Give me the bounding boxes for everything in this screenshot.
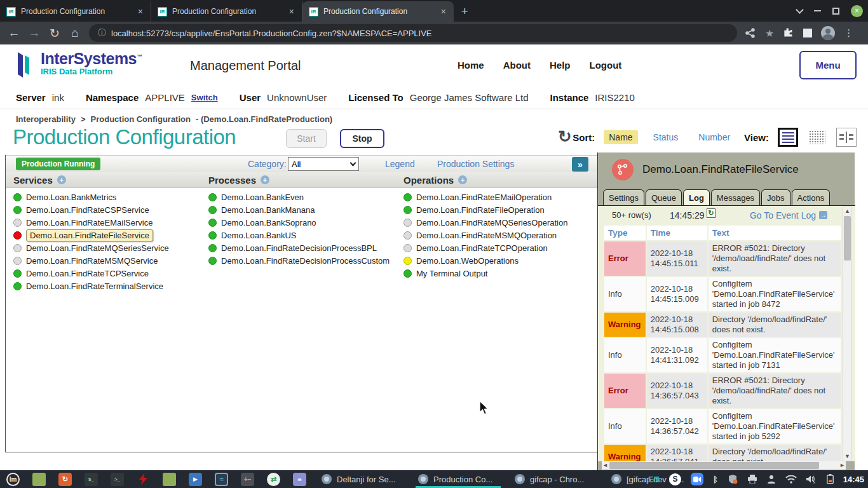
config-item-name[interactable]: Demo.Loan.FindRateDecisionProcessBPL xyxy=(221,243,377,253)
console-icon[interactable]: >_ xyxy=(111,473,124,486)
view-list-icon[interactable] xyxy=(778,128,798,147)
terminal-icon[interactable]: $_ xyxy=(85,473,98,486)
config-item-name[interactable]: Demo.Loan.FindRateEMailService xyxy=(26,218,153,227)
browser-tab[interactable]: IR Production Configuration × xyxy=(0,1,151,22)
config-item[interactable]: Demo.Loan.FindRateEMailOperation xyxy=(403,191,594,203)
detail-tab[interactable]: Jobs xyxy=(761,189,790,205)
portal-nav-link[interactable]: Home xyxy=(458,60,484,71)
taskbar-window-button[interactable]: gifcap - Chro... xyxy=(508,470,601,488)
config-item-name[interactable]: Demo.Loan.BankEven xyxy=(221,193,304,202)
scroll-down-icon[interactable]: ▼ xyxy=(843,452,851,461)
zoom-icon[interactable] xyxy=(691,473,703,485)
detail-tab[interactable]: Actions xyxy=(792,189,831,205)
file-manager-icon[interactable] xyxy=(32,473,46,486)
config-item[interactable]: My Terminal Output xyxy=(403,267,594,280)
taskbar-clock[interactable]: 14:45 xyxy=(843,475,864,484)
config-item-name[interactable]: Demo.Loan.FindRateDecisionProcessCustom xyxy=(221,256,390,266)
wifi-icon[interactable] xyxy=(785,475,797,484)
config-item[interactable]: Demo.Loan.FindRateMSMQService xyxy=(13,254,208,267)
keyboard-layout-indicator[interactable]: EN xyxy=(648,475,660,484)
view-grid-icon[interactable] xyxy=(807,128,827,147)
taskbar-window-button[interactable]: Production Co... xyxy=(412,470,505,488)
extensions-puzzle-icon[interactable] xyxy=(783,27,794,39)
portal-nav-link[interactable]: Help xyxy=(550,60,571,71)
detail-tab[interactable]: Messages xyxy=(711,189,760,205)
new-tab-button[interactable]: + xyxy=(454,1,476,22)
log-header-time[interactable]: Time xyxy=(647,226,707,240)
config-item[interactable]: Demo.Loan.FindRateFileService xyxy=(13,229,208,241)
namespace-switch-link[interactable]: Switch xyxy=(191,93,218,102)
config-item[interactable]: Demo.Loan.FindRateTCPService xyxy=(13,267,208,280)
taskbar-window-button[interactable]: Deltanji for Se... xyxy=(315,470,408,488)
sort-option[interactable]: Number xyxy=(693,130,735,144)
config-item-name[interactable]: Demo.Loan.FindRateMSMQOperation xyxy=(416,231,557,240)
video-app-icon[interactable]: ▶ xyxy=(189,473,202,486)
printer-icon[interactable] xyxy=(747,475,757,484)
config-item-name[interactable]: Demo.Loan.BankUS xyxy=(221,231,297,240)
config-item-name[interactable]: My Terminal Output xyxy=(416,269,487,278)
config-item[interactable]: Demo.Loan.FindRateDecisionProcessCustom xyxy=(208,254,403,267)
config-item-name[interactable]: Demo.Loan.FindRateTCPService xyxy=(26,269,149,278)
config-item-name[interactable]: Demo.Loan.FindRateCSPService xyxy=(26,205,149,215)
reload-icon[interactable]: ↻ xyxy=(44,26,65,41)
calculator-icon[interactable]: +− xyxy=(241,473,254,486)
config-item[interactable]: Demo.Loan.FindRateMSMQOperation xyxy=(403,229,594,241)
extension-square-icon[interactable] xyxy=(803,29,812,37)
config-item[interactable]: Demo.Loan.BankMetrics xyxy=(13,191,208,203)
log-header-text[interactable]: Text xyxy=(709,226,841,240)
portal-nav-link[interactable]: About xyxy=(503,60,531,71)
detail-tab[interactable]: Queue xyxy=(646,189,682,205)
detail-tab[interactable]: Log xyxy=(683,189,710,205)
user-icon[interactable] xyxy=(767,475,776,484)
production-settings-link[interactable]: Production Settings xyxy=(437,159,514,169)
config-item-name[interactable]: Demo.Loan.FindRateEMailOperation xyxy=(416,193,552,202)
expand-panel-button[interactable]: » xyxy=(572,157,588,172)
config-item[interactable]: Demo.Loan.WebOperations xyxy=(403,254,594,267)
config-item[interactable]: Demo.Loan.FindRateEMailService xyxy=(13,216,208,229)
menu-button[interactable]: Menu xyxy=(799,51,857,79)
category-select[interactable]: All xyxy=(288,157,359,171)
log-refresh-icon[interactable]: ↻ xyxy=(707,208,715,218)
config-item-name[interactable]: Demo.Loan.FindRateMSMQService xyxy=(26,256,158,266)
legend-link[interactable]: Legend xyxy=(385,159,415,169)
tab-close-icon[interactable]: × xyxy=(288,6,295,17)
breadcrumb-root[interactable]: Interoperability xyxy=(16,114,76,124)
portal-nav-link[interactable]: Logout xyxy=(590,60,622,71)
skype-icon[interactable]: S xyxy=(669,473,681,485)
add-operation-icon[interactable]: + xyxy=(458,175,467,184)
bookmark-star-icon[interactable]: ★ xyxy=(765,27,774,39)
config-item-name[interactable]: Demo.Loan.FindRateFileService xyxy=(26,229,153,241)
vertical-scrollbar[interactable]: ▲ ▼ xyxy=(843,206,852,461)
config-item[interactable]: Demo.Loan.FindRateMQSeriesService xyxy=(13,241,208,254)
update-manager-icon[interactable]: ↻ xyxy=(58,473,72,486)
scroll-up-icon[interactable]: ▲ xyxy=(843,207,851,215)
browser-tab[interactable]: IR Production Configuration × xyxy=(151,1,302,22)
sort-option[interactable]: Status xyxy=(648,130,684,144)
forward-icon[interactable]: → xyxy=(24,26,44,40)
tab-close-icon[interactable]: × xyxy=(440,6,447,17)
config-item[interactable]: Demo.Loan.FindRateFileOperation xyxy=(403,203,594,216)
log-header-type[interactable]: Type xyxy=(604,226,646,240)
config-item-name[interactable]: Demo.Loan.BankManana xyxy=(221,205,315,215)
add-service-icon[interactable]: + xyxy=(57,175,66,184)
minimize-icon[interactable] xyxy=(814,10,821,11)
config-item-name[interactable]: Demo.Loan.FindRateMQSeriesService xyxy=(26,243,169,253)
folder-icon[interactable] xyxy=(163,473,176,486)
config-item-name[interactable]: Demo.Loan.BankMetrics xyxy=(26,193,116,202)
config-item-name[interactable]: Demo.Loan.FindRateTerminalService xyxy=(26,281,163,291)
sync-app-icon[interactable]: ⇄ xyxy=(267,473,280,486)
config-item[interactable]: Demo.Loan.FindRateDecisionProcessBPL xyxy=(208,241,403,254)
share-icon[interactable] xyxy=(745,27,756,39)
config-item[interactable]: Demo.Loan.BankEven xyxy=(208,191,403,203)
home-icon[interactable]: ⌂ xyxy=(65,26,85,40)
volume-muted-icon[interactable]: x xyxy=(806,475,817,484)
config-item[interactable]: Demo.Loan.FindRateCSPService xyxy=(13,203,208,216)
restore-icon[interactable] xyxy=(832,8,839,15)
scroll-left-icon[interactable]: ◄ xyxy=(602,461,608,470)
tab-search-chevron-icon[interactable] xyxy=(796,6,804,14)
system-monitor-icon[interactable]: ≈ xyxy=(215,473,228,486)
site-info-icon[interactable]: ⓘ xyxy=(98,27,106,39)
config-item-name[interactable]: Demo.Loan.WebOperations xyxy=(416,256,519,266)
battery-icon[interactable] xyxy=(827,474,834,484)
scroll-right-icon[interactable]: ► xyxy=(839,461,845,470)
